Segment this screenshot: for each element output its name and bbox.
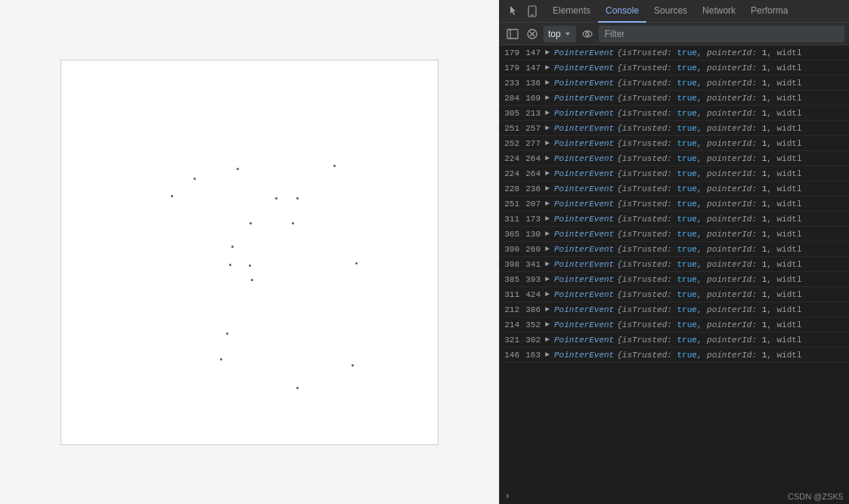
log-expand-arrow[interactable]: ►	[545, 245, 554, 253]
log-content: {isTrusted: true, pointerId: 1, widtl	[617, 124, 801, 133]
canvas-dot	[237, 168, 239, 170]
log-expand-arrow[interactable]: ►	[545, 48, 554, 57]
log-num2: 213	[524, 109, 545, 118]
tab-network[interactable]: Network	[695, 0, 743, 23]
log-num2: 147	[524, 48, 545, 57]
log-num1: 252	[503, 139, 524, 148]
drawing-canvas[interactable]	[60, 60, 438, 445]
console-log-area[interactable]: 179 147 ► PointerEvent {isTrusted: true,…	[500, 45, 849, 487]
context-selector[interactable]: top	[544, 26, 576, 42]
log-num2: 236	[524, 184, 545, 193]
log-row[interactable]: 224 264 ► PointerEvent {isTrusted: true,…	[500, 166, 849, 181]
log-expand-arrow[interactable]: ►	[545, 139, 554, 147]
clear-console-icon[interactable]	[524, 26, 541, 42]
tab-sources[interactable]: Sources	[646, 0, 695, 23]
log-row[interactable]: 228 236 ► PointerEvent {isTrusted: true,…	[500, 181, 849, 196]
canvas-dot	[352, 364, 354, 366]
log-num1: 146	[503, 351, 524, 360]
log-num2: 302	[524, 335, 545, 345]
log-row[interactable]: 390 260 ► PointerEvent {isTrusted: true,…	[500, 242, 849, 257]
watermark: CSDN @ZSK5	[788, 492, 843, 501]
log-type: PointerEvent	[554, 63, 614, 73]
log-row[interactable]: 311 173 ► PointerEvent {isTrusted: true,…	[500, 212, 849, 227]
filter-input[interactable]	[599, 26, 844, 42]
log-row[interactable]: 251 207 ► PointerEvent {isTrusted: true,…	[500, 196, 849, 212]
log-row[interactable]: 252 277 ► PointerEvent {isTrusted: true,…	[500, 136, 849, 151]
log-expand-arrow[interactable]: ►	[545, 335, 554, 344]
canvas-dot	[220, 358, 222, 360]
log-num1: 179	[503, 63, 524, 73]
svg-point-7	[583, 31, 592, 37]
log-content: {isTrusted: true, pointerId: 1, widtl	[617, 63, 801, 73]
log-num2: 386	[524, 305, 545, 314]
log-row[interactable]: 251 257 ► PointerEvent {isTrusted: true,…	[500, 121, 849, 136]
log-expand-arrow[interactable]: ►	[545, 199, 554, 208]
log-content: {isTrusted: true, pointerId: 1, widtl	[617, 139, 801, 148]
log-expand-arrow[interactable]: ►	[545, 169, 554, 178]
live-expression-icon[interactable]	[579, 26, 596, 42]
log-content: {isTrusted: true, pointerId: 1, widtl	[617, 320, 801, 329]
log-content: {isTrusted: true, pointerId: 1, widtl	[617, 109, 801, 118]
log-row[interactable]: 365 130 ► PointerEvent {isTrusted: true,…	[500, 227, 849, 242]
log-content: {isTrusted: true, pointerId: 1, widtl	[617, 335, 801, 345]
log-expand-arrow[interactable]: ►	[545, 290, 554, 298]
log-type: PointerEvent	[554, 79, 614, 88]
log-content: {isTrusted: true, pointerId: 1, widtl	[617, 199, 801, 209]
log-row[interactable]: 321 302 ► PointerEvent {isTrusted: true,…	[500, 332, 849, 348]
canvas-dot	[249, 264, 251, 267]
log-content: {isTrusted: true, pointerId: 1, widtl	[617, 351, 801, 360]
log-content: {isTrusted: true, pointerId: 1, widtl	[617, 260, 801, 269]
log-expand-arrow[interactable]: ►	[545, 94, 554, 102]
tab-console[interactable]: Console	[598, 0, 646, 23]
log-row[interactable]: 179 147 ► PointerEvent {isTrusted: true,…	[500, 45, 849, 60]
log-row[interactable]: 214 352 ► PointerEvent {isTrusted: true,…	[500, 317, 849, 332]
log-expand-arrow[interactable]: ►	[545, 109, 554, 117]
log-row[interactable]: 146 163 ► PointerEvent {isTrusted: true,…	[500, 348, 849, 363]
log-expand-arrow[interactable]: ►	[545, 260, 554, 268]
log-row[interactable]: 179 147 ► PointerEvent {isTrusted: true,…	[500, 60, 849, 76]
log-row[interactable]: 212 386 ► PointerEvent {isTrusted: true,…	[500, 302, 849, 317]
log-row[interactable]: 224 264 ► PointerEvent {isTrusted: true,…	[500, 151, 849, 166]
log-expand-arrow[interactable]: ►	[545, 124, 554, 132]
log-expand-arrow[interactable]: ►	[545, 63, 554, 72]
log-content: {isTrusted: true, pointerId: 1, widtl	[617, 215, 801, 224]
canvas-dot	[249, 222, 252, 224]
log-expand-arrow[interactable]: ►	[545, 320, 554, 329]
log-row[interactable]: 398 341 ► PointerEvent {isTrusted: true,…	[500, 257, 849, 272]
tab-performance[interactable]: Performa	[743, 0, 795, 23]
inspect-icon[interactable]	[504, 3, 521, 20]
log-num1: 251	[503, 199, 524, 209]
sidebar-toggle-icon[interactable]	[504, 26, 521, 42]
log-num1: 251	[503, 124, 524, 133]
tab-elements[interactable]: Elements	[545, 0, 598, 23]
log-num2: 257	[524, 124, 545, 133]
log-num1: 321	[503, 335, 524, 345]
log-expand-arrow[interactable]: ►	[545, 275, 554, 283]
log-expand-arrow[interactable]: ►	[545, 79, 554, 87]
log-expand-arrow[interactable]: ►	[545, 215, 554, 223]
log-num2: 352	[524, 320, 545, 329]
log-num2: 424	[524, 290, 545, 299]
log-row[interactable]: 284 169 ► PointerEvent {isTrusted: true,…	[500, 91, 849, 106]
log-num1: 365	[503, 230, 524, 239]
canvas-dot	[296, 387, 299, 389]
log-row[interactable]: 385 393 ► PointerEvent {isTrusted: true,…	[500, 272, 849, 287]
log-num2: 130	[524, 230, 545, 239]
log-expand-arrow[interactable]: ►	[545, 154, 554, 162]
canvas-dot	[333, 165, 336, 167]
log-expand-arrow[interactable]: ►	[545, 230, 554, 238]
log-num2: 169	[524, 94, 545, 103]
log-num1: 385	[503, 275, 524, 284]
log-row[interactable]: 233 136 ► PointerEvent {isTrusted: true,…	[500, 76, 849, 91]
log-type: PointerEvent	[554, 275, 614, 284]
log-type: PointerEvent	[554, 245, 614, 254]
log-expand-arrow[interactable]: ►	[545, 351, 554, 359]
svg-point-8	[586, 32, 589, 36]
log-row[interactable]: 305 213 ► PointerEvent {isTrusted: true,…	[500, 106, 849, 121]
log-expand-arrow[interactable]: ►	[545, 305, 554, 314]
log-expand-arrow[interactable]: ►	[545, 184, 554, 193]
log-row[interactable]: 311 424 ► PointerEvent {isTrusted: true,…	[500, 287, 849, 302]
canvas-dot	[226, 332, 228, 335]
device-toolbar-icon[interactable]	[524, 3, 541, 20]
console-prompt-icon[interactable]: ›	[506, 490, 509, 501]
